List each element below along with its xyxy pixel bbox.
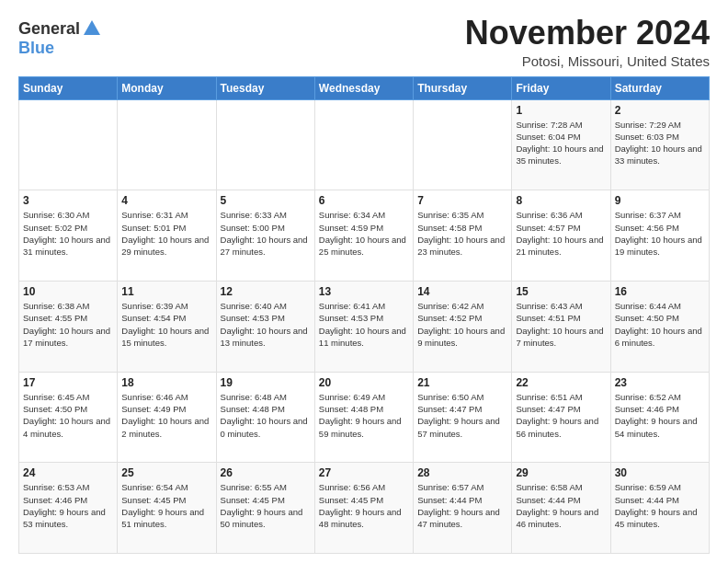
col-saturday: Saturday bbox=[610, 76, 709, 99]
day-info: Sunrise: 6:58 AMSunset: 4:44 PMDaylight:… bbox=[516, 481, 606, 530]
day-info: Sunrise: 6:36 AMSunset: 4:57 PMDaylight:… bbox=[516, 209, 606, 258]
day-info: Sunrise: 6:52 AMSunset: 4:46 PMDaylight:… bbox=[615, 391, 705, 440]
calendar-cell: 6Sunrise: 6:34 AMSunset: 4:59 PMDaylight… bbox=[314, 190, 413, 282]
day-info: Sunrise: 6:39 AMSunset: 4:54 PMDaylight:… bbox=[121, 300, 211, 349]
calendar-cell: 28Sunrise: 6:57 AMSunset: 4:44 PMDayligh… bbox=[414, 463, 512, 554]
calendar-cell: 12Sunrise: 6:40 AMSunset: 4:53 PMDayligh… bbox=[216, 281, 314, 372]
day-number: 17 bbox=[23, 376, 113, 389]
calendar-cell: 26Sunrise: 6:55 AMSunset: 4:45 PMDayligh… bbox=[216, 463, 314, 554]
day-number: 1 bbox=[516, 104, 606, 117]
day-number: 14 bbox=[417, 285, 507, 298]
calendar-cell: 2Sunrise: 7:29 AMSunset: 6:03 PMDaylight… bbox=[610, 99, 709, 190]
col-tuesday: Tuesday bbox=[216, 76, 314, 99]
day-number: 7 bbox=[417, 194, 507, 207]
day-info: Sunrise: 6:54 AMSunset: 4:45 PMDaylight:… bbox=[121, 481, 211, 530]
col-sunday: Sunday bbox=[19, 76, 118, 99]
title-block: November 2024 Potosi, Missouri, United S… bbox=[465, 15, 710, 69]
day-info: Sunrise: 6:40 AMSunset: 4:53 PMDaylight:… bbox=[221, 300, 311, 349]
day-number: 3 bbox=[23, 194, 113, 207]
day-number: 6 bbox=[319, 194, 409, 207]
day-info: Sunrise: 6:57 AMSunset: 4:44 PMDaylight:… bbox=[417, 481, 507, 530]
calendar-cell: 3Sunrise: 6:30 AMSunset: 5:02 PMDaylight… bbox=[19, 190, 118, 282]
calendar-cell: 1Sunrise: 7:28 AMSunset: 6:04 PMDaylight… bbox=[512, 99, 610, 190]
page: General Blue November 2024 Potosi, Misso… bbox=[0, 0, 728, 563]
day-info: Sunrise: 7:29 AMSunset: 6:03 PMDaylight:… bbox=[615, 119, 705, 167]
calendar-cell bbox=[216, 99, 314, 190]
calendar-cell bbox=[118, 99, 216, 190]
day-info: Sunrise: 6:31 AMSunset: 5:01 PMDaylight:… bbox=[121, 209, 211, 258]
col-wednesday: Wednesday bbox=[314, 76, 413, 99]
calendar-week-1: 3Sunrise: 6:30 AMSunset: 5:02 PMDaylight… bbox=[19, 190, 710, 282]
calendar-cell: 25Sunrise: 6:54 AMSunset: 4:45 PMDayligh… bbox=[118, 463, 216, 554]
day-number: 26 bbox=[221, 466, 311, 479]
day-number: 15 bbox=[516, 285, 606, 298]
day-number: 28 bbox=[417, 466, 507, 479]
calendar-cell bbox=[314, 99, 413, 190]
calendar-cell: 20Sunrise: 6:49 AMSunset: 4:48 PMDayligh… bbox=[314, 372, 413, 463]
day-info: Sunrise: 6:45 AMSunset: 4:50 PMDaylight:… bbox=[23, 391, 113, 440]
day-info: Sunrise: 6:37 AMSunset: 4:56 PMDaylight:… bbox=[615, 209, 705, 258]
calendar-cell: 8Sunrise: 6:36 AMSunset: 4:57 PMDaylight… bbox=[512, 190, 610, 282]
col-monday: Monday bbox=[118, 76, 216, 99]
day-number: 5 bbox=[221, 194, 311, 207]
header: General Blue November 2024 Potosi, Misso… bbox=[18, 15, 710, 69]
day-number: 29 bbox=[516, 466, 606, 479]
col-friday: Friday bbox=[512, 76, 610, 99]
logo-general: General bbox=[18, 19, 80, 39]
calendar-cell: 9Sunrise: 6:37 AMSunset: 4:56 PMDaylight… bbox=[610, 190, 709, 282]
calendar-cell: 16Sunrise: 6:44 AMSunset: 4:50 PMDayligh… bbox=[610, 281, 709, 372]
calendar-cell: 24Sunrise: 6:53 AMSunset: 4:46 PMDayligh… bbox=[19, 463, 118, 554]
day-number: 13 bbox=[319, 285, 409, 298]
calendar-cell: 29Sunrise: 6:58 AMSunset: 4:44 PMDayligh… bbox=[512, 463, 610, 554]
calendar-week-0: 1Sunrise: 7:28 AMSunset: 6:04 PMDaylight… bbox=[19, 99, 710, 190]
calendar-cell: 14Sunrise: 6:42 AMSunset: 4:52 PMDayligh… bbox=[414, 281, 512, 372]
calendar-cell: 17Sunrise: 6:45 AMSunset: 4:50 PMDayligh… bbox=[19, 372, 118, 463]
day-info: Sunrise: 6:48 AMSunset: 4:48 PMDaylight:… bbox=[221, 391, 311, 440]
day-number: 27 bbox=[319, 466, 409, 479]
day-number: 30 bbox=[615, 466, 705, 479]
day-number: 20 bbox=[319, 376, 409, 389]
day-info: Sunrise: 6:44 AMSunset: 4:50 PMDaylight:… bbox=[615, 300, 705, 349]
day-number: 10 bbox=[23, 285, 113, 298]
day-info: Sunrise: 6:38 AMSunset: 4:55 PMDaylight:… bbox=[23, 300, 113, 349]
calendar-cell: 18Sunrise: 6:46 AMSunset: 4:49 PMDayligh… bbox=[118, 372, 216, 463]
day-info: Sunrise: 6:50 AMSunset: 4:47 PMDaylight:… bbox=[417, 391, 507, 440]
day-number: 4 bbox=[121, 194, 211, 207]
svg-marker-0 bbox=[84, 20, 100, 35]
calendar-cell: 21Sunrise: 6:50 AMSunset: 4:47 PMDayligh… bbox=[414, 372, 512, 463]
calendar-cell bbox=[19, 99, 118, 190]
calendar-cell: 19Sunrise: 6:48 AMSunset: 4:48 PMDayligh… bbox=[216, 372, 314, 463]
calendar-header: Sunday Monday Tuesday Wednesday Thursday… bbox=[19, 76, 710, 99]
day-number: 25 bbox=[121, 466, 211, 479]
day-info: Sunrise: 6:56 AMSunset: 4:45 PMDaylight:… bbox=[319, 481, 409, 530]
day-number: 24 bbox=[23, 466, 113, 479]
day-info: Sunrise: 6:43 AMSunset: 4:51 PMDaylight:… bbox=[516, 300, 606, 349]
day-number: 11 bbox=[121, 285, 211, 298]
logo-icon bbox=[82, 18, 102, 39]
month-title: November 2024 bbox=[465, 15, 710, 52]
calendar-cell: 23Sunrise: 6:52 AMSunset: 4:46 PMDayligh… bbox=[610, 372, 709, 463]
calendar-cell: 11Sunrise: 6:39 AMSunset: 4:54 PMDayligh… bbox=[118, 281, 216, 372]
day-number: 19 bbox=[221, 376, 311, 389]
calendar-body: 1Sunrise: 7:28 AMSunset: 6:04 PMDaylight… bbox=[19, 99, 710, 553]
calendar: Sunday Monday Tuesday Wednesday Thursday… bbox=[18, 76, 710, 554]
day-info: Sunrise: 6:30 AMSunset: 5:02 PMDaylight:… bbox=[23, 209, 113, 258]
calendar-cell: 10Sunrise: 6:38 AMSunset: 4:55 PMDayligh… bbox=[19, 281, 118, 372]
day-number: 21 bbox=[417, 376, 507, 389]
day-number: 8 bbox=[516, 194, 606, 207]
day-info: Sunrise: 6:41 AMSunset: 4:53 PMDaylight:… bbox=[319, 300, 409, 349]
day-number: 23 bbox=[615, 376, 705, 389]
day-number: 9 bbox=[615, 194, 705, 207]
header-row: Sunday Monday Tuesday Wednesday Thursday… bbox=[19, 76, 710, 99]
calendar-cell: 27Sunrise: 6:56 AMSunset: 4:45 PMDayligh… bbox=[314, 463, 413, 554]
calendar-cell bbox=[414, 99, 512, 190]
day-info: Sunrise: 6:49 AMSunset: 4:48 PMDaylight:… bbox=[319, 391, 409, 440]
calendar-cell: 15Sunrise: 6:43 AMSunset: 4:51 PMDayligh… bbox=[512, 281, 610, 372]
day-info: Sunrise: 6:34 AMSunset: 4:59 PMDaylight:… bbox=[319, 209, 409, 258]
day-info: Sunrise: 7:28 AMSunset: 6:04 PMDaylight:… bbox=[516, 119, 606, 167]
logo-blue: Blue bbox=[18, 39, 54, 57]
calendar-week-3: 17Sunrise: 6:45 AMSunset: 4:50 PMDayligh… bbox=[19, 372, 710, 463]
day-info: Sunrise: 6:51 AMSunset: 4:47 PMDaylight:… bbox=[516, 391, 606, 440]
day-info: Sunrise: 6:42 AMSunset: 4:52 PMDaylight:… bbox=[417, 300, 507, 349]
calendar-cell: 4Sunrise: 6:31 AMSunset: 5:01 PMDaylight… bbox=[118, 190, 216, 282]
